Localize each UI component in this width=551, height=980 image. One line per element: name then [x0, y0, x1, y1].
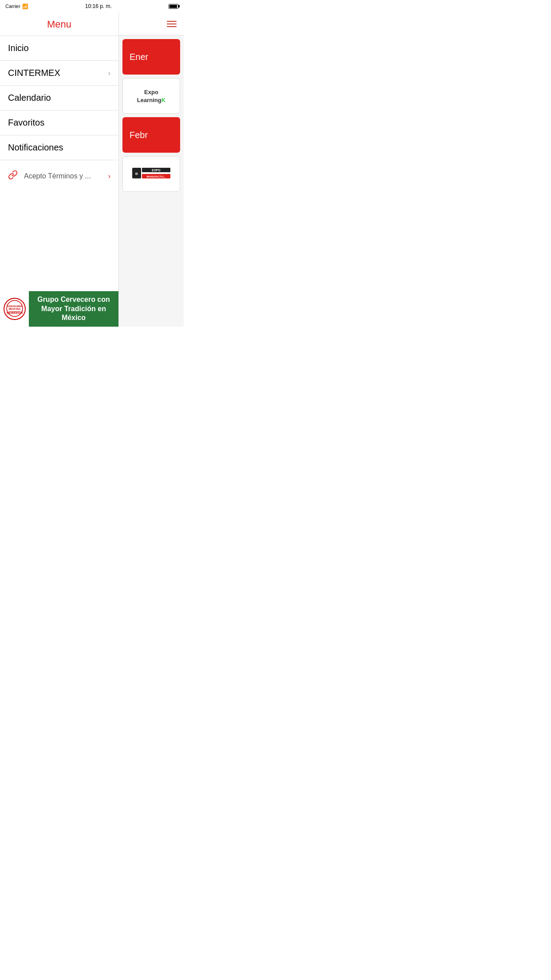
event-month-febrero: Febr: [130, 130, 148, 140]
expo-manuf-svg: B EXPO MANUFACTU...: [131, 164, 171, 182]
event-month-enero: Ener: [130, 52, 148, 62]
menu-panel: Menu Inicio CINTERMEX › Calendario Favor…: [0, 12, 119, 327]
content-scroll-area[interactable]: Ener ExpoLearningK Febr B EX: [119, 36, 184, 327]
menu-links-section: Acepto Términos y ... › Aviso de Privaci…: [0, 160, 118, 182]
menu-link-terminos[interactable]: Acepto Términos y ... ›: [0, 164, 118, 182]
carrier-label: Carrier: [5, 4, 20, 9]
menu-item-inicio[interactable]: Inicio: [0, 36, 118, 61]
event-card-enero[interactable]: Ener: [122, 39, 180, 75]
heineken-logo: CERVECERÍA MEXICANA HEINEKEN: [0, 291, 29, 327]
event-card-expo-learning[interactable]: ExpoLearningK: [122, 78, 180, 114]
status-bar: Carrier 📶 10:16 p. m.: [0, 0, 184, 12]
battery-icon: [169, 4, 178, 9]
status-left: Carrier 📶: [5, 4, 28, 9]
expo-manuf-logo: B EXPO MANUFACTU...: [131, 164, 171, 184]
menu-item-calendario[interactable]: Calendario: [0, 86, 118, 111]
chevron-right-icon: ›: [108, 172, 110, 180]
main-layout: Menu Inicio CINTERMEX › Calendario Favor…: [0, 12, 184, 327]
link-terminos-label: Acepto Términos y ...: [24, 172, 108, 180]
menu-item-label: Calendario: [8, 93, 51, 103]
menu-items-list: Inicio CINTERMEX › Calendario Favoritos …: [0, 36, 118, 182]
battery-indicator: [169, 4, 178, 9]
svg-text:B: B: [135, 172, 138, 176]
menu-item-label: CINTERMEX: [8, 68, 60, 78]
menu-item-cintermex[interactable]: CINTERMEX ›: [0, 61, 118, 86]
content-header: [119, 12, 184, 36]
hamburger-menu-button[interactable]: [167, 21, 177, 27]
menu-item-notificaciones[interactable]: Notificaciones: [0, 135, 118, 160]
chevron-right-icon: ›: [108, 69, 110, 77]
menu-item-label: Notificaciones: [8, 142, 63, 153]
content-panel: Ener ExpoLearningK Febr B EX: [119, 12, 184, 327]
menu-item-favoritos[interactable]: Favoritos: [0, 111, 118, 135]
menu-header: Menu: [0, 12, 118, 36]
link-icon: [8, 170, 18, 182]
menu-title: Menu: [47, 19, 71, 30]
wifi-icon: 📶: [22, 4, 28, 9]
heineken-circle: CERVECERÍA MEXICANA HEINEKEN: [4, 298, 26, 320]
heineken-banner: Grupo Cervecero con Mayor Tradición en M…: [29, 291, 118, 327]
event-card-expo-manuf[interactable]: B EXPO MANUFACTU...: [122, 156, 180, 192]
event-card-febrero[interactable]: Febr: [122, 117, 180, 153]
bottom-banner: CERVECERÍA MEXICANA HEINEKEN Grupo Cerve…: [0, 291, 118, 327]
svg-text:MEXICANA: MEXICANA: [8, 308, 20, 310]
heineken-brand-text: CERVECERÍA MEXICANA HEINEKEN: [6, 300, 24, 318]
menu-item-label: Inicio: [8, 43, 29, 53]
svg-text:EXPO: EXPO: [152, 169, 161, 172]
status-time: 10:16 p. m.: [85, 3, 112, 9]
svg-text:CERVECERÍA: CERVECERÍA: [7, 304, 22, 308]
heineken-banner-text: Grupo Cervecero con Mayor Tradición en M…: [34, 295, 113, 323]
menu-item-label: Favoritos: [8, 118, 44, 128]
svg-text:MANUFACTU...: MANUFACTU...: [147, 175, 166, 178]
expo-learning-logo: ExpoLearningK: [137, 88, 165, 104]
